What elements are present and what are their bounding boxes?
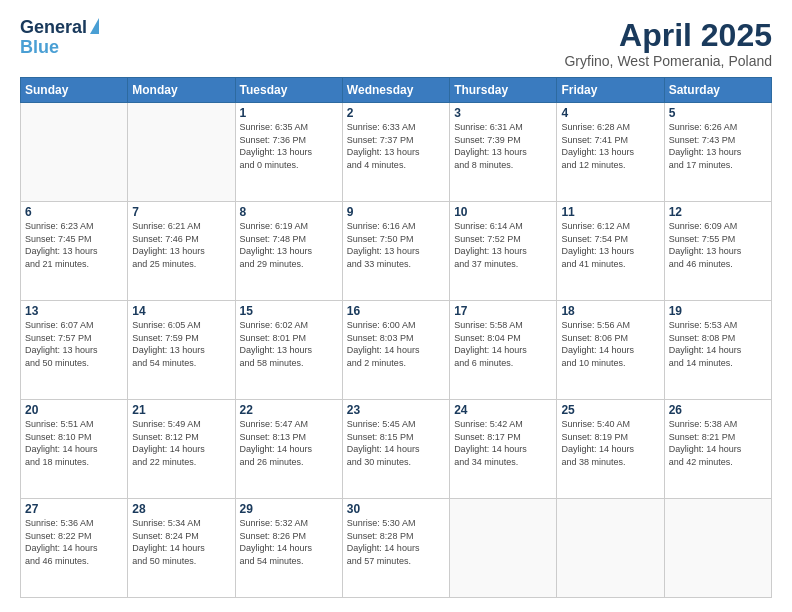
subtitle: Gryfino, West Pomerania, Poland — [564, 53, 772, 69]
day-info: Sunrise: 6:16 AM Sunset: 7:50 PM Dayligh… — [347, 220, 445, 270]
col-friday: Friday — [557, 78, 664, 103]
day-number: 26 — [669, 403, 767, 417]
day-number: 20 — [25, 403, 123, 417]
day-info: Sunrise: 5:36 AM Sunset: 8:22 PM Dayligh… — [25, 517, 123, 567]
day-number: 21 — [132, 403, 230, 417]
day-info: Sunrise: 5:47 AM Sunset: 8:13 PM Dayligh… — [240, 418, 338, 468]
day-info: Sunrise: 5:45 AM Sunset: 8:15 PM Dayligh… — [347, 418, 445, 468]
calendar-table: Sunday Monday Tuesday Wednesday Thursday… — [20, 77, 772, 598]
table-row: 18Sunrise: 5:56 AM Sunset: 8:06 PM Dayli… — [557, 301, 664, 400]
day-number: 16 — [347, 304, 445, 318]
day-number: 23 — [347, 403, 445, 417]
table-row: 2Sunrise: 6:33 AM Sunset: 7:37 PM Daylig… — [342, 103, 449, 202]
table-row: 7Sunrise: 6:21 AM Sunset: 7:46 PM Daylig… — [128, 202, 235, 301]
header: General Blue April 2025 Gryfino, West Po… — [20, 18, 772, 69]
table-row: 24Sunrise: 5:42 AM Sunset: 8:17 PM Dayli… — [450, 400, 557, 499]
table-row — [664, 499, 771, 598]
col-sunday: Sunday — [21, 78, 128, 103]
logo: General Blue — [20, 18, 99, 58]
table-row: 22Sunrise: 5:47 AM Sunset: 8:13 PM Dayli… — [235, 400, 342, 499]
day-info: Sunrise: 6:26 AM Sunset: 7:43 PM Dayligh… — [669, 121, 767, 171]
day-info: Sunrise: 5:58 AM Sunset: 8:04 PM Dayligh… — [454, 319, 552, 369]
table-row: 17Sunrise: 5:58 AM Sunset: 8:04 PM Dayli… — [450, 301, 557, 400]
table-row: 19Sunrise: 5:53 AM Sunset: 8:08 PM Dayli… — [664, 301, 771, 400]
day-number: 6 — [25, 205, 123, 219]
day-number: 27 — [25, 502, 123, 516]
logo-triangle-icon — [90, 18, 99, 34]
day-number: 30 — [347, 502, 445, 516]
table-row: 28Sunrise: 5:34 AM Sunset: 8:24 PM Dayli… — [128, 499, 235, 598]
day-info: Sunrise: 6:14 AM Sunset: 7:52 PM Dayligh… — [454, 220, 552, 270]
calendar-header-row: Sunday Monday Tuesday Wednesday Thursday… — [21, 78, 772, 103]
col-tuesday: Tuesday — [235, 78, 342, 103]
day-number: 8 — [240, 205, 338, 219]
table-row: 1Sunrise: 6:35 AM Sunset: 7:36 PM Daylig… — [235, 103, 342, 202]
table-row: 10Sunrise: 6:14 AM Sunset: 7:52 PM Dayli… — [450, 202, 557, 301]
table-row: 9Sunrise: 6:16 AM Sunset: 7:50 PM Daylig… — [342, 202, 449, 301]
title-block: April 2025 Gryfino, West Pomerania, Pola… — [564, 18, 772, 69]
col-monday: Monday — [128, 78, 235, 103]
table-row: 30Sunrise: 5:30 AM Sunset: 8:28 PM Dayli… — [342, 499, 449, 598]
page: General Blue April 2025 Gryfino, West Po… — [0, 0, 792, 612]
day-number: 5 — [669, 106, 767, 120]
day-number: 25 — [561, 403, 659, 417]
day-number: 2 — [347, 106, 445, 120]
day-number: 14 — [132, 304, 230, 318]
day-number: 1 — [240, 106, 338, 120]
main-title: April 2025 — [564, 18, 772, 53]
table-row: 29Sunrise: 5:32 AM Sunset: 8:26 PM Dayli… — [235, 499, 342, 598]
day-info: Sunrise: 5:51 AM Sunset: 8:10 PM Dayligh… — [25, 418, 123, 468]
table-row — [450, 499, 557, 598]
table-row: 27Sunrise: 5:36 AM Sunset: 8:22 PM Dayli… — [21, 499, 128, 598]
table-row: 11Sunrise: 6:12 AM Sunset: 7:54 PM Dayli… — [557, 202, 664, 301]
table-row: 25Sunrise: 5:40 AM Sunset: 8:19 PM Dayli… — [557, 400, 664, 499]
calendar-week-row: 20Sunrise: 5:51 AM Sunset: 8:10 PM Dayli… — [21, 400, 772, 499]
table-row: 14Sunrise: 6:05 AM Sunset: 7:59 PM Dayli… — [128, 301, 235, 400]
table-row — [128, 103, 235, 202]
table-row: 15Sunrise: 6:02 AM Sunset: 8:01 PM Dayli… — [235, 301, 342, 400]
day-info: Sunrise: 6:21 AM Sunset: 7:46 PM Dayligh… — [132, 220, 230, 270]
table-row: 21Sunrise: 5:49 AM Sunset: 8:12 PM Dayli… — [128, 400, 235, 499]
calendar-week-row: 6Sunrise: 6:23 AM Sunset: 7:45 PM Daylig… — [21, 202, 772, 301]
day-info: Sunrise: 6:12 AM Sunset: 7:54 PM Dayligh… — [561, 220, 659, 270]
day-info: Sunrise: 5:38 AM Sunset: 8:21 PM Dayligh… — [669, 418, 767, 468]
table-row — [21, 103, 128, 202]
day-info: Sunrise: 6:33 AM Sunset: 7:37 PM Dayligh… — [347, 121, 445, 171]
col-wednesday: Wednesday — [342, 78, 449, 103]
day-info: Sunrise: 6:23 AM Sunset: 7:45 PM Dayligh… — [25, 220, 123, 270]
day-number: 10 — [454, 205, 552, 219]
day-info: Sunrise: 6:28 AM Sunset: 7:41 PM Dayligh… — [561, 121, 659, 171]
day-number: 22 — [240, 403, 338, 417]
day-info: Sunrise: 6:02 AM Sunset: 8:01 PM Dayligh… — [240, 319, 338, 369]
day-number: 17 — [454, 304, 552, 318]
day-info: Sunrise: 5:30 AM Sunset: 8:28 PM Dayligh… — [347, 517, 445, 567]
table-row: 20Sunrise: 5:51 AM Sunset: 8:10 PM Dayli… — [21, 400, 128, 499]
day-info: Sunrise: 6:07 AM Sunset: 7:57 PM Dayligh… — [25, 319, 123, 369]
day-info: Sunrise: 6:35 AM Sunset: 7:36 PM Dayligh… — [240, 121, 338, 171]
table-row: 12Sunrise: 6:09 AM Sunset: 7:55 PM Dayli… — [664, 202, 771, 301]
day-info: Sunrise: 6:19 AM Sunset: 7:48 PM Dayligh… — [240, 220, 338, 270]
calendar-week-row: 27Sunrise: 5:36 AM Sunset: 8:22 PM Dayli… — [21, 499, 772, 598]
day-number: 13 — [25, 304, 123, 318]
day-number: 9 — [347, 205, 445, 219]
day-number: 4 — [561, 106, 659, 120]
col-thursday: Thursday — [450, 78, 557, 103]
table-row: 8Sunrise: 6:19 AM Sunset: 7:48 PM Daylig… — [235, 202, 342, 301]
day-number: 28 — [132, 502, 230, 516]
day-info: Sunrise: 5:40 AM Sunset: 8:19 PM Dayligh… — [561, 418, 659, 468]
table-row: 4Sunrise: 6:28 AM Sunset: 7:41 PM Daylig… — [557, 103, 664, 202]
table-row: 23Sunrise: 5:45 AM Sunset: 8:15 PM Dayli… — [342, 400, 449, 499]
day-number: 24 — [454, 403, 552, 417]
table-row: 3Sunrise: 6:31 AM Sunset: 7:39 PM Daylig… — [450, 103, 557, 202]
day-number: 7 — [132, 205, 230, 219]
day-info: Sunrise: 5:34 AM Sunset: 8:24 PM Dayligh… — [132, 517, 230, 567]
table-row: 6Sunrise: 6:23 AM Sunset: 7:45 PM Daylig… — [21, 202, 128, 301]
day-info: Sunrise: 6:31 AM Sunset: 7:39 PM Dayligh… — [454, 121, 552, 171]
day-number: 3 — [454, 106, 552, 120]
day-number: 19 — [669, 304, 767, 318]
table-row: 13Sunrise: 6:07 AM Sunset: 7:57 PM Dayli… — [21, 301, 128, 400]
day-info: Sunrise: 5:53 AM Sunset: 8:08 PM Dayligh… — [669, 319, 767, 369]
table-row — [557, 499, 664, 598]
day-info: Sunrise: 5:56 AM Sunset: 8:06 PM Dayligh… — [561, 319, 659, 369]
logo-text-general: General — [20, 18, 87, 38]
